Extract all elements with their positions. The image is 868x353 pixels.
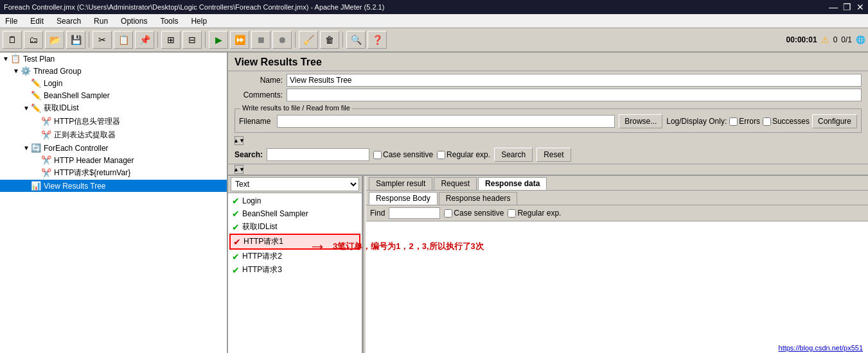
tree-item-fetch-idlist[interactable]: ▼✏️获取IDList [0,101,227,115]
result-item-r-login[interactable]: ✔Login [229,194,360,207]
comments-input[interactable] [287,89,862,101]
tree-item-foreach-controller[interactable]: ▼🔄ForEach Controller [0,142,227,154]
menu-help[interactable]: Help [188,16,209,26]
paste-btn[interactable]: 📌 [135,31,154,49]
results-area: TextRegExp TesterCSS/JQuery TesterXPath … [228,175,868,353]
name-input[interactable] [287,74,862,87]
menu-search[interactable]: Search [54,16,84,26]
tree-item-regex-extractor[interactable]: ✂️正则表达式提取器 [0,128,227,142]
expand-arrow-foreach-controller[interactable]: ▼ [23,144,30,151]
expand-arrow-fetch-idlist[interactable]: ▼ [23,105,30,112]
status-url[interactable]: https://blog.csdn.net/px551 [779,344,863,352]
errors-checkbox[interactable] [729,117,738,126]
regular-exp-label: Regular exp. [447,150,490,159]
find-case-sensitive-checkbox[interactable] [444,209,452,218]
start-btn[interactable]: ▶ [209,31,228,49]
expand-arrow-test-plan[interactable]: ▼ [3,55,9,62]
tree-item-login[interactable]: ✏️Login [0,77,227,89]
status-bar[interactable]: https://blog.csdn.net/px551 [774,343,868,353]
successes-checkbox[interactable] [763,117,771,126]
results-subtab-response-headers[interactable]: Response headers [439,192,518,205]
tree-item-http-header-manager[interactable]: ✂️HTTP Header Manager [0,154,227,166]
title-text: Foreach Controller.jmx (C:\Users\Adminis… [4,3,384,11]
menu-run[interactable]: Run [91,16,111,26]
clear-all-btn[interactable]: 🗑 [320,31,339,49]
comments-label: Comments: [235,90,283,99]
expand-arrow-thread-group[interactable]: ▼ [13,67,19,74]
collapse-arrows-1: ▲▼ [228,135,868,146]
tree-label-beanshell-sampler: BeanShell Sampler [44,91,110,100]
stop-btn[interactable]: ⏹ [251,31,270,49]
filename-input[interactable] [277,115,615,128]
configure-button[interactable]: Configure [812,114,857,128]
expand-btn[interactable]: ⊞ [161,31,181,49]
name-row: Name: [235,74,862,87]
collapse-btn-2[interactable]: ▲▼ [235,165,244,174]
find-input[interactable] [389,207,440,219]
menu-edit[interactable]: Edit [28,16,46,26]
warning-count: 0 [833,35,838,44]
save-btn[interactable]: 💾 [66,31,85,49]
search-input[interactable] [267,148,369,161]
sep3 [205,32,206,47]
result-item-r-http3[interactable]: ✔HTTP请求3 [229,263,360,277]
results-tab-response-data[interactable]: Response data [478,177,547,190]
results-left-panel: TextRegExp TesterCSS/JQuery TesterXPath … [228,176,363,353]
results-subtab-response-body[interactable]: Response Body [369,192,438,205]
case-sensitive-checkbox[interactable] [373,151,382,159]
help-btn[interactable]: ❓ [368,31,387,49]
result-item-r-http2[interactable]: ✔HTTP请求2 [229,250,360,263]
result-item-r-http1[interactable]: ✔HTTP请求1 [229,234,360,250]
copy-btn[interactable]: 📋 [114,31,133,49]
tree-label-http-header-mgr: HTTP信息头管理器 [54,116,120,127]
tree-icon-foreach-controller: 🔄 [31,143,41,153]
menu-options[interactable]: Options [118,16,150,26]
new-btn[interactable]: 🗒 [3,31,22,49]
open-btn[interactable]: 📂 [45,31,64,49]
result-item-r-fetchidlist[interactable]: ✔获取IDList [229,220,360,234]
tree-label-login: Login [44,79,62,88]
clear-btn[interactable]: 🧹 [299,31,318,49]
close-btn[interactable]: ✕ [856,2,864,12]
results-tab-sampler-result[interactable]: Sampler result [369,177,432,190]
text-format-dropdown[interactable]: TextRegExp TesterCSS/JQuery TesterXPath … [231,177,359,191]
sep5 [342,32,343,47]
comments-row: Comments: [235,89,862,101]
tree-label-test-plan: Test Plan [23,55,55,64]
toolbar: 🗒 🗂 📂 💾 ✂ 📋 📌 ⊞ ⊟ ▶ ⏩ ⏹ ⏺ 🧹 🗑 🔍 ❓ 00:00:… [0,28,868,53]
tree-icon-login: ✏️ [31,78,41,88]
window-controls[interactable]: — ❐ ✕ [829,2,864,12]
search-toolbar-btn[interactable]: 🔍 [346,31,366,49]
cut-btn[interactable]: ✂ [93,31,112,49]
minimize-btn[interactable]: — [829,2,838,12]
tree-item-http-header-mgr[interactable]: ✂️HTTP信息头管理器 [0,115,227,128]
result-status-icon-r-beanshell: ✔ [232,209,240,219]
find-regular-exp-checkbox[interactable] [508,209,516,218]
browse-button[interactable]: Browse... [619,114,662,128]
successes-label: Successes [772,117,810,126]
collapse-btn-1[interactable]: ▲▼ [235,136,244,145]
tree-label-view-results-tree: View Results Tree [44,182,106,191]
regular-exp-checkbox[interactable] [437,151,445,159]
templates-btn[interactable]: 🗂 [24,31,43,49]
sep2 [157,32,158,47]
start-no-pause-btn[interactable]: ⏩ [230,31,249,49]
maximize-btn[interactable]: ❐ [843,2,851,12]
menu-tools[interactable]: Tools [157,16,181,26]
search-button[interactable]: Search [494,148,533,162]
menu-file[interactable]: File [3,16,20,26]
result-item-r-beanshell[interactable]: ✔BeanShell Sampler [229,207,360,220]
shutdown-btn[interactable]: ⏺ [272,31,292,49]
tree-item-thread-group[interactable]: ▼⚙️Thread Group [0,65,227,77]
result-status-icon-r-fetchidlist: ✔ [232,222,240,232]
tree-item-http-request-var[interactable]: ✂️HTTP请求${returnVar} [0,166,227,180]
tree-icon-http-header-manager: ✂️ [41,155,51,165]
collapse-btn[interactable]: ⊟ [182,31,202,49]
log-display-label: Log/Display Only: [666,117,727,126]
results-tab-request[interactable]: Request [434,177,477,190]
tree-item-view-results-tree[interactable]: 📊View Results Tree [0,180,227,192]
tree-item-beanshell-sampler[interactable]: ✏️BeanShell Sampler [0,89,227,101]
tree-item-test-plan[interactable]: ▼📋Test Plan [0,53,227,65]
reset-button[interactable]: Reset [536,148,571,162]
result-status-icon-r-login: ✔ [232,196,240,206]
